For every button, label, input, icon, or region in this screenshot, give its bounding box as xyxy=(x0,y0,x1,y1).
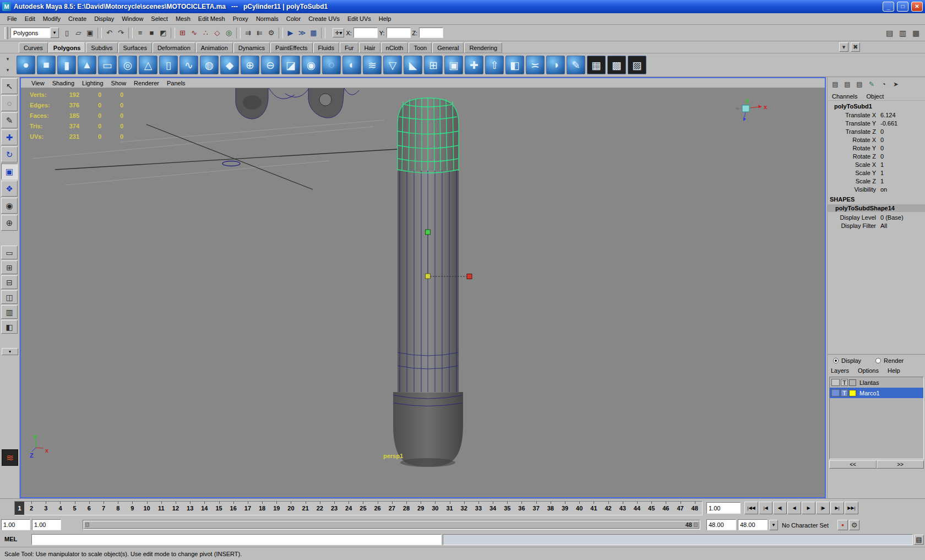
shelf-tab-rendering[interactable]: Rendering xyxy=(464,42,502,53)
select-tool-icon[interactable]: ↖ xyxy=(1,78,18,94)
save-scene-icon[interactable]: ▣ xyxy=(84,27,96,39)
separate-icon[interactable]: ⊖ xyxy=(261,56,280,74)
mel-label[interactable]: MEL xyxy=(4,536,17,542)
layer-menu-item[interactable]: Help xyxy=(888,367,900,374)
shelf-tab-curves[interactable]: Curves xyxy=(19,42,48,53)
channel-row[interactable]: Rotate Z 0 xyxy=(828,152,925,160)
toolbar-separator[interactable] xyxy=(321,28,325,39)
frame-tick[interactable]: 40 xyxy=(572,502,586,515)
tab-object[interactable]: Object xyxy=(866,93,884,99)
step-back-frame-button[interactable]: |◀ xyxy=(759,502,772,514)
poly-helix-icon[interactable]: ∿ xyxy=(179,56,198,74)
layer-color-swatch[interactable] xyxy=(849,379,856,386)
move-tool-icon[interactable]: ✚ xyxy=(1,129,18,145)
show-attribute-editor-icon[interactable]: ▤ xyxy=(884,27,895,39)
render-settings-icon[interactable]: ▦ xyxy=(308,27,319,39)
background-model-parts[interactable] xyxy=(236,88,359,119)
channel-row[interactable]: Display Level 0 (Base) xyxy=(828,213,925,221)
shape-node-name[interactable]: polyToSubdShape14 xyxy=(828,204,925,212)
frame-tick[interactable]: 26 xyxy=(371,502,385,515)
frame-tick[interactable]: 47 xyxy=(673,502,687,515)
frame-tick[interactable]: 44 xyxy=(630,502,644,515)
show-tool-settings-icon[interactable]: ▥ xyxy=(897,27,908,39)
frame-tick[interactable]: 42 xyxy=(601,502,616,515)
poly-soccer-ball-icon[interactable]: ◍ xyxy=(200,56,219,74)
channel-row[interactable]: Rotate Y 0 xyxy=(828,144,925,152)
frame-tick[interactable]: 17 xyxy=(241,502,255,515)
y-coordinate-input[interactable] xyxy=(387,28,411,38)
z-coordinate-input[interactable] xyxy=(419,28,443,38)
frame-tick[interactable]: 20 xyxy=(284,502,298,515)
universal-manipulator-icon[interactable]: ❖ xyxy=(1,181,18,197)
layer-visibility-box[interactable] xyxy=(831,379,840,386)
boolean-difference-icon[interactable]: ◌ xyxy=(322,56,341,74)
frame-tick[interactable]: 33 xyxy=(471,502,486,515)
script-editor-icon[interactable]: ▤ xyxy=(914,535,924,545)
panel-menu-item[interactable]: Renderer xyxy=(130,79,163,88)
quadrangulate-icon[interactable]: ⊞ xyxy=(424,56,443,74)
mel-result-field[interactable] xyxy=(443,534,913,545)
play-forwards-button[interactable]: ▶ xyxy=(802,502,815,514)
mel-command-input[interactable] xyxy=(31,534,442,545)
ipr-render-icon[interactable]: ≫ xyxy=(296,27,308,39)
viewport-canvas[interactable]: y x Y Z xyxy=(21,88,825,497)
menu-item[interactable]: Create xyxy=(64,14,90,24)
frame-tick[interactable]: 5 xyxy=(68,502,82,515)
time-slider-strip[interactable]: 1 23456789101112131415161718192021222324… xyxy=(14,501,703,515)
playback-start-field[interactable] xyxy=(32,519,61,530)
menu-item[interactable]: Select xyxy=(147,14,172,24)
layer-menu-item[interactable]: Layers xyxy=(831,367,849,374)
frame-tick[interactable]: 45 xyxy=(644,502,659,515)
output-connections-icon[interactable]: ⇇ xyxy=(254,27,265,39)
menu-item[interactable]: Window xyxy=(118,14,147,24)
channel-row[interactable]: Translate Y -0.661 xyxy=(828,119,925,127)
select-by-component-icon[interactable]: ◩ xyxy=(157,27,169,39)
menu-item[interactable]: Proxy xyxy=(229,14,252,24)
frame-tick[interactable]: 25 xyxy=(356,502,370,515)
current-time-field[interactable] xyxy=(706,502,741,514)
toolbar-grip[interactable] xyxy=(4,27,8,39)
toolbar-separator[interactable] xyxy=(236,28,241,39)
channel-layout-icon-1[interactable]: ▤ xyxy=(830,79,840,89)
frame-tick[interactable]: 11 xyxy=(154,502,168,515)
two-pane-stacked-layout-icon[interactable]: ⊟ xyxy=(1,275,18,289)
menu-item[interactable]: Modify xyxy=(39,14,64,24)
frame-tick[interactable]: 8 xyxy=(111,502,125,515)
frame-tick[interactable]: 22 xyxy=(313,502,327,515)
channel-layout-icon-2[interactable]: ▤ xyxy=(842,79,852,89)
frame-tick[interactable]: 34 xyxy=(486,502,500,515)
shelf-tab-arrow-icon[interactable]: ▾ xyxy=(4,67,12,73)
snap-to-grids-icon[interactable]: ⊞ xyxy=(177,27,188,39)
panel-menu-item[interactable]: Panels xyxy=(163,79,189,88)
selection-mask-value[interactable]: Polygons xyxy=(10,28,50,38)
append-polygon-icon[interactable]: ✚ xyxy=(465,56,483,74)
lasso-select-tool-icon[interactable]: ◌ xyxy=(1,95,18,111)
boolean-union-icon[interactable]: ◉ xyxy=(302,56,320,74)
channel-row[interactable]: Rotate X 0 xyxy=(828,135,925,144)
shelf-tab-polygons[interactable]: Polygons xyxy=(48,42,86,53)
shelf-tab-painteffects[interactable]: PaintEffects xyxy=(270,42,313,53)
layer-type-cell[interactable]: T xyxy=(841,379,848,386)
layer-row-llantas[interactable]: T Llantas xyxy=(830,377,923,388)
toolbar-separator[interactable] xyxy=(128,28,133,39)
frame-tick[interactable]: 15 xyxy=(211,502,226,515)
channel-row[interactable]: Translate Z 0 xyxy=(828,127,925,135)
pager-right-button[interactable]: >> xyxy=(877,460,924,469)
frame-tick[interactable]: 10 xyxy=(140,502,154,515)
channel-row[interactable]: Visibility on xyxy=(828,185,925,193)
channel-box-node-name[interactable]: polyToSubd1 xyxy=(828,101,925,111)
frame-tick[interactable]: 6 xyxy=(82,502,96,515)
paint-select-tool-icon[interactable]: ✎ xyxy=(1,112,18,128)
smooth-icon[interactable]: ≋ xyxy=(363,56,382,74)
channel-row[interactable]: Scale Z 1 xyxy=(828,177,925,185)
menu-item[interactable]: Edit Mesh xyxy=(194,14,229,24)
frame-tick[interactable]: 2 xyxy=(24,502,39,515)
poly-pipe-icon[interactable]: ▯ xyxy=(159,56,178,74)
frame-tick[interactable]: 43 xyxy=(616,502,630,515)
display-radio[interactable]: Display xyxy=(833,357,861,364)
snap-to-view-planes-icon[interactable]: ◇ xyxy=(211,27,223,39)
frame-tick[interactable]: 32 xyxy=(457,502,471,515)
character-set-label[interactable]: No Character Set xyxy=(780,520,836,530)
shelf-tab-fur[interactable]: Fur xyxy=(340,42,359,53)
fill-hole-icon[interactable]: ▣ xyxy=(444,56,463,74)
